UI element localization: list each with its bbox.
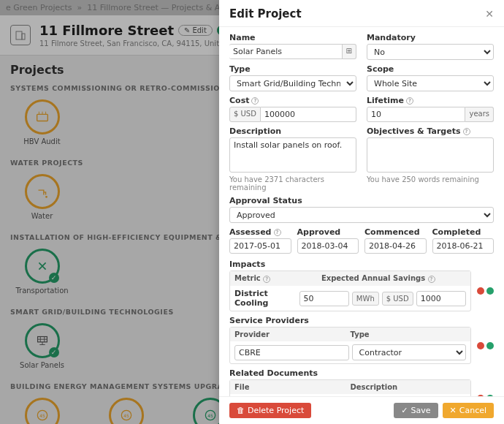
- impacts-table: Metric ?Expected Annual Savings ? Distri…: [229, 270, 471, 311]
- commenced-input[interactable]: [364, 238, 427, 254]
- completed-input[interactable]: [432, 238, 495, 254]
- assessed-input[interactable]: [229, 238, 291, 254]
- close-icon[interactable]: ✕: [485, 8, 494, 20]
- modal-title: Edit Project: [229, 7, 302, 20]
- scope-select[interactable]: Whole Site: [367, 75, 494, 91]
- help-icon[interactable]: ?: [251, 97, 259, 105]
- check-icon: ✓: [401, 406, 408, 415]
- trash-icon: 🗑: [237, 406, 245, 415]
- label-approval: Approval Status: [229, 196, 494, 205]
- objectives-input[interactable]: [367, 137, 494, 173]
- description-input[interactable]: Install solar panels on roof.: [229, 137, 356, 173]
- help-icon[interactable]: ?: [263, 276, 270, 283]
- add-row-icon[interactable]: [486, 287, 494, 295]
- providers-table: ProviderType Contractor: [229, 327, 471, 364]
- label-objectives: Objectives & Targets?: [367, 126, 494, 136]
- remove-row-icon[interactable]: [477, 287, 484, 295]
- save-button[interactable]: ✓Save: [394, 403, 438, 418]
- label-assessed: Assessed?: [229, 227, 291, 237]
- help-icon[interactable]: ?: [463, 128, 470, 135]
- col-metric: Metric ?: [234, 274, 321, 283]
- col-provider: Provider: [234, 330, 351, 338]
- impact-value-input[interactable]: [416, 291, 466, 306]
- impact-qty-input[interactable]: [299, 291, 349, 306]
- label-mandatory: Mandatory: [367, 33, 494, 42]
- label-cost: Cost?: [229, 96, 356, 105]
- table-row: Contractor: [230, 341, 470, 363]
- col-provider-type: Type: [351, 330, 467, 338]
- col-file: File: [234, 383, 351, 391]
- cancel-button[interactable]: ✕Cancel: [443, 403, 494, 418]
- label-approved: Approved: [297, 227, 359, 237]
- cost-currency: $ USD: [229, 107, 261, 122]
- remove-row-icon[interactable]: [477, 342, 484, 349]
- label-name: Name: [229, 33, 356, 42]
- label-completed: Completed: [432, 227, 495, 237]
- impact-currency: $ USD: [382, 292, 413, 306]
- delete-project-button[interactable]: 🗑Delete Project: [229, 403, 311, 418]
- provider-name-input[interactable]: [234, 345, 349, 360]
- label-type: Type: [229, 64, 356, 74]
- type-select[interactable]: Smart Grid/Building Technologies: [229, 75, 356, 91]
- docs-table: FileDescription 2018-GRESB-Response-v1.d…: [229, 379, 471, 396]
- lifetime-input[interactable]: [367, 107, 465, 122]
- table-row: District Cooling MWh $ USD: [230, 286, 470, 311]
- lifetime-unit: years: [465, 107, 494, 122]
- label-description: Description: [229, 126, 356, 136]
- obj-hint: You have 250 words remaining: [367, 175, 494, 183]
- label-lifetime: Lifetime?: [367, 96, 494, 105]
- docs-heading: Related Documents: [229, 368, 494, 378]
- approved-input[interactable]: [297, 238, 359, 254]
- mandatory-select[interactable]: No: [367, 44, 494, 60]
- name-input[interactable]: [229, 44, 343, 59]
- help-icon[interactable]: ?: [428, 276, 435, 283]
- edit-project-modal: Edit Project ✕ Name ⊞ Mandatory No Type …: [219, 0, 504, 424]
- name-lock-icon[interactable]: ⊞: [343, 44, 356, 59]
- impact-unit: MWh: [352, 292, 379, 306]
- desc-hint: You have 2371 characters remaining: [229, 175, 356, 192]
- add-row-icon[interactable]: [486, 342, 494, 349]
- approval-select[interactable]: Approved: [229, 207, 494, 223]
- providers-heading: Service Providers: [229, 316, 494, 325]
- help-icon[interactable]: ?: [406, 97, 413, 105]
- cost-input[interactable]: [261, 107, 356, 122]
- col-expected: Expected Annual Savings ?: [321, 274, 466, 283]
- provider-type-select[interactable]: Contractor: [352, 344, 467, 360]
- label-commenced: Commenced: [364, 227, 427, 237]
- x-icon: ✕: [450, 406, 457, 415]
- impact-metric-cell: District Cooling: [234, 289, 297, 308]
- col-doc-desc: Description: [351, 383, 467, 391]
- impacts-heading: Impacts: [229, 260, 494, 269]
- label-scope: Scope: [367, 64, 494, 74]
- help-icon[interactable]: ?: [274, 229, 281, 236]
